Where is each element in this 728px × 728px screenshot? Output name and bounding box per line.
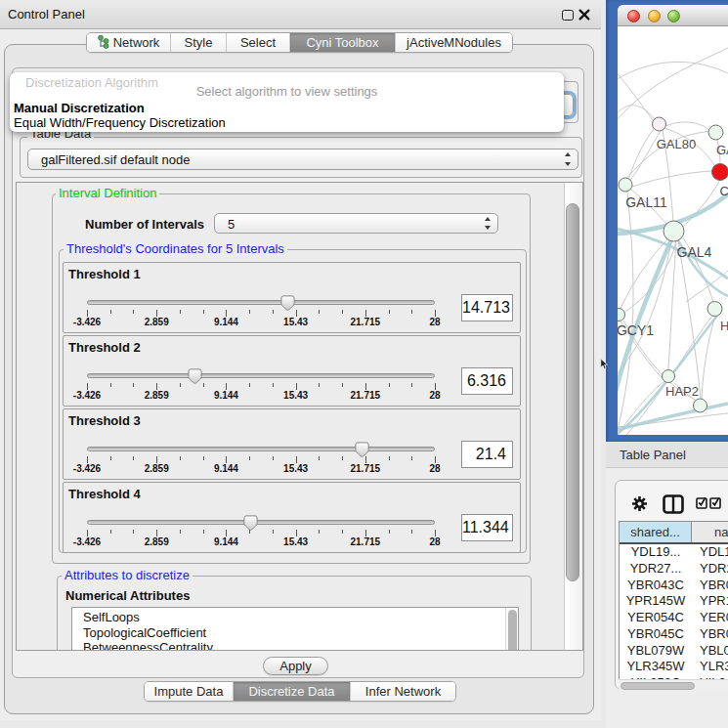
threshold-slider-thumb[interactable] xyxy=(243,515,258,532)
slider-tick-label: 2.859 xyxy=(135,317,178,327)
tab-label: Style xyxy=(185,33,213,52)
network-node[interactable] xyxy=(663,370,675,383)
tab-jactivemnodules[interactable]: jActiveMNodules xyxy=(396,33,512,52)
slider-tick xyxy=(273,383,274,387)
network-node-label: HA xyxy=(720,319,728,333)
slider-tick-label: -3.426 xyxy=(65,390,108,401)
threshold-slider-thumb[interactable] xyxy=(188,368,202,385)
threshold-label: Threshold 1 xyxy=(68,267,141,281)
table-data-combo[interactable]: galFiltered.sif default node xyxy=(27,149,578,170)
table-hscrollbar-track[interactable] xyxy=(619,679,728,691)
table-row[interactable]: YER054CYER0 xyxy=(620,610,728,626)
threshold-slider-track[interactable] xyxy=(87,447,435,451)
slider-tick xyxy=(133,530,134,534)
slider-tick xyxy=(156,383,157,390)
table-cell-name: YLR3 xyxy=(700,659,728,675)
minimize-traffic-light-icon[interactable] xyxy=(648,10,661,22)
attributes-list: SelfLoopsTopologicalCoefficientBetweenne… xyxy=(71,607,519,651)
close-traffic-light-icon[interactable] xyxy=(627,10,640,22)
table-row[interactable]: YLR345WYLR3 xyxy=(620,659,728,675)
threshold-slider-track[interactable] xyxy=(87,373,435,378)
slider-tick-label: 15.43 xyxy=(275,317,318,327)
threshold-value-field[interactable]: 6.316 xyxy=(461,367,513,395)
network-edge[interactable] xyxy=(665,122,709,130)
table-cell-shared-name: YER054C xyxy=(620,610,692,626)
network-node[interactable] xyxy=(708,125,723,140)
tool-tab-infer-network[interactable]: Infer Network xyxy=(351,682,455,701)
network-edge[interactable] xyxy=(618,62,728,85)
table-row[interactable]: YBR045CYBR0 xyxy=(620,626,728,643)
slider-tick xyxy=(411,383,412,387)
attributes-scrollbar-track[interactable] xyxy=(505,608,518,651)
table-cell-shared-name: YLR345W xyxy=(620,659,692,675)
table-row[interactable]: YBR043CYBR0 xyxy=(620,578,728,594)
table-header-name[interactable]: na xyxy=(714,522,728,542)
table-cell-name: YDR2 xyxy=(700,561,728,578)
slider-tick-label: 28 xyxy=(413,317,456,327)
number-of-intervals-combo[interactable]: 5 xyxy=(214,213,498,234)
algorithm-popup-item-equal-width[interactable]: Equal Width/Frequency Discretization xyxy=(14,115,226,130)
threshold-slider-track[interactable] xyxy=(87,300,435,305)
slider-tick xyxy=(110,310,111,314)
network-node-label: GAL11 xyxy=(625,194,667,210)
checkbox-checked-icon[interactable] xyxy=(709,496,722,509)
network-node-label: GA xyxy=(716,143,728,157)
slider-tick xyxy=(319,530,320,534)
network-node[interactable] xyxy=(618,309,625,321)
network-edge[interactable] xyxy=(621,239,667,309)
table-row[interactable]: YDR27...YDR2 xyxy=(620,561,728,578)
threshold-value-field[interactable]: 21.4 xyxy=(461,441,513,468)
table-hscrollbar-thumb[interactable] xyxy=(621,682,695,690)
tab-select[interactable]: Select xyxy=(227,33,290,52)
threshold-value-field[interactable]: 14.713 xyxy=(461,294,513,321)
checkbox-checked-icon[interactable] xyxy=(696,496,708,509)
table-panel-titlebar[interactable]: Table Panel xyxy=(606,442,728,468)
network-canvas[interactable]: GAL80GACGAL11GAL4GCY1HAHAP2 xyxy=(618,26,728,435)
network-edge[interactable] xyxy=(632,171,712,187)
slider-tick xyxy=(203,530,204,534)
network-edge[interactable] xyxy=(618,48,728,119)
columns-icon[interactable] xyxy=(663,494,684,514)
table-header-shared-name[interactable]: shared... xyxy=(620,522,692,542)
network-window-titlebar[interactable] xyxy=(618,5,728,26)
attributes-list-item[interactable]: BetweennessCentrality xyxy=(83,640,213,651)
network-edge[interactable] xyxy=(618,56,653,120)
tool-tab-discretize-data[interactable]: Discretize Data xyxy=(234,682,351,701)
scrollbar-thumb[interactable] xyxy=(566,203,579,581)
network-node[interactable] xyxy=(619,178,632,192)
tab-network[interactable]: Network xyxy=(87,33,171,52)
threshold-label: Threshold 3 xyxy=(68,413,141,428)
slider-tick-label: 28 xyxy=(413,463,456,474)
threshold-slider-thumb[interactable] xyxy=(355,442,369,458)
tab-style[interactable]: Style xyxy=(171,33,227,52)
network-node[interactable] xyxy=(712,164,728,181)
slider-tick xyxy=(342,383,343,387)
attributes-list-item[interactable]: SelfLoops xyxy=(83,610,140,624)
gear-icon[interactable] xyxy=(631,495,648,512)
threshold-slider-track[interactable] xyxy=(87,520,435,525)
tab-cyni-toolbox[interactable]: Cyni Toolbox xyxy=(290,33,396,52)
slider-tick-label: 9.144 xyxy=(204,536,247,547)
attributes-list-item[interactable]: TopologicalCoefficient xyxy=(83,625,206,640)
apply-button[interactable]: Apply xyxy=(263,657,328,675)
slider-tick xyxy=(296,530,297,536)
threshold-slider-thumb[interactable] xyxy=(280,295,295,312)
slider-tick xyxy=(435,530,436,536)
bottom-tab-bar: Impute DataDiscretize DataInfer Network xyxy=(144,681,456,702)
threshold-value-field[interactable]: 11.344 xyxy=(461,514,513,541)
tool-tab-impute-data[interactable]: Impute Data xyxy=(145,682,234,701)
slider-tick xyxy=(226,383,227,390)
table-cell-shared-name: YBL079W xyxy=(620,643,692,660)
algorithm-popup-item-manual[interactable]: Manual Discretization xyxy=(14,101,145,115)
slider-tick xyxy=(296,383,297,390)
zoom-traffic-light-icon[interactable] xyxy=(667,10,680,22)
network-node[interactable] xyxy=(694,399,707,412)
network-node[interactable] xyxy=(707,302,722,317)
table-row[interactable]: YDL19...YDL1 xyxy=(620,544,728,561)
tab-label: jActiveMNodules xyxy=(407,33,501,52)
network-node[interactable] xyxy=(664,221,684,241)
network-node[interactable] xyxy=(653,117,666,131)
attributes-scrollbar-thumb[interactable] xyxy=(508,610,517,651)
table-row[interactable]: YPR145WYPR1 xyxy=(620,593,728,610)
table-row[interactable]: YBL079WYBL0 xyxy=(620,643,728,660)
